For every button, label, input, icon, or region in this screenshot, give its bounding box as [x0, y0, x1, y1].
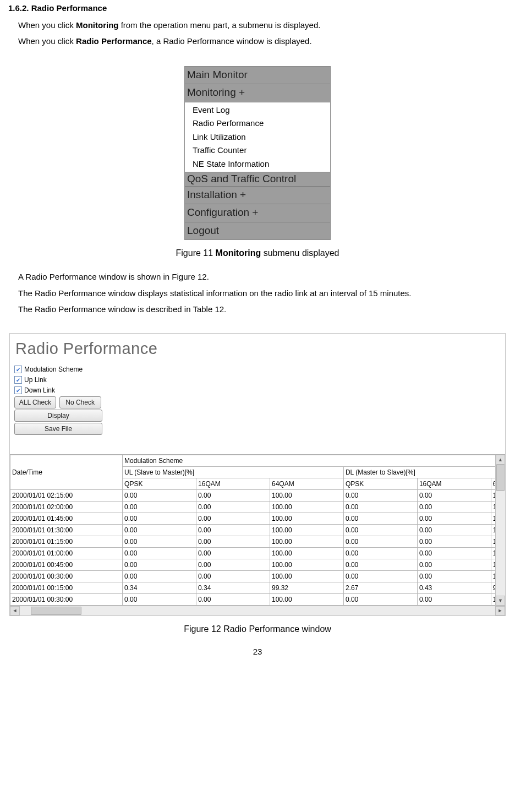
table-cell: 2000/01/01 00:45:00 — [10, 559, 123, 571]
checkbox-label: Down Link — [24, 385, 55, 395]
rp-controls: ✔ Modulation Scheme ✔ Up Link ✔ Down Lin… — [10, 362, 505, 438]
page-number: 23 — [8, 646, 507, 658]
scroll-left-icon[interactable]: ◄ — [10, 606, 20, 615]
table-cell: 0.00 — [343, 594, 417, 606]
text: Figure 11 — [176, 248, 216, 258]
menu-logout[interactable]: Logout — [185, 222, 330, 240]
table-cell: 2000/01/01 01:45:00 — [10, 513, 123, 525]
menu-main-monitor[interactable]: Main Monitor — [185, 67, 330, 85]
table-cell: 100.00 — [270, 548, 343, 559]
table-cell: 0.00 — [417, 502, 491, 513]
table-cell: 2000/01/01 02:15:00 — [10, 490, 123, 502]
intro-paragraph-2: When you click Radio Performance, a Radi… — [18, 34, 507, 48]
table-cell: 100.00 — [270, 490, 343, 502]
table-cell: 0.00 — [343, 513, 417, 525]
all-check-button[interactable]: ALL Check — [14, 396, 56, 408]
table-cell: 100.00 — [270, 571, 343, 582]
vertical-scrollbar[interactable]: ▲ ▼ — [495, 455, 505, 606]
checkbox-label: Modulation Scheme — [24, 364, 83, 374]
section-heading: 1.6.2. Radio Performance — [8, 2, 507, 15]
paragraph-fig12-ref: A Radio Performance window is shown in F… — [18, 270, 507, 284]
text: , a Radio Performance window is displaye… — [152, 36, 312, 46]
scroll-thumb[interactable] — [496, 465, 505, 491]
table-row: 2000/01/01 00:30:000.000.00100.000.000.0… — [10, 594, 505, 606]
table-cell: 0.00 — [343, 490, 417, 502]
table-cell: 0.00 — [196, 571, 270, 582]
checkbox-label: Up Link — [24, 375, 47, 385]
display-button[interactable]: Display — [14, 410, 102, 422]
table-cell: 0.00 — [196, 513, 270, 525]
table-cell: 99.32 — [270, 582, 343, 594]
table-cell: 100.00 — [270, 536, 343, 548]
th-qpsk: QPSK — [343, 478, 417, 490]
table-cell: 0.00 — [343, 525, 417, 536]
submenu-traffic-counter[interactable]: Traffic Counter — [185, 144, 330, 157]
figure-12-caption: Figure 12 Radio Performance window — [8, 623, 507, 636]
text: When you click — [18, 36, 76, 46]
rp-table-container: Date/Time Modulation Scheme UL (Slave to… — [10, 454, 505, 615]
menu-installation[interactable]: Installation + — [185, 187, 330, 205]
table-cell: 0.00 — [343, 559, 417, 571]
rp-data-table: Date/Time Modulation Scheme UL (Slave to… — [10, 455, 505, 606]
th-mod-scheme: Modulation Scheme — [123, 455, 505, 467]
table-cell: 2000/01/01 00:15:00 — [10, 582, 123, 594]
table-cell: 0.00 — [417, 525, 491, 536]
th-16qam: 16QAM — [196, 478, 270, 490]
table-cell: 2000/01/01 00:30:00 — [10, 571, 123, 582]
checkbox-down-link[interactable]: ✔ — [14, 386, 22, 394]
horizontal-scrollbar[interactable]: ◄ ► — [10, 606, 505, 615]
table-cell: 100.00 — [270, 525, 343, 536]
th-qpsk: QPSK — [123, 478, 196, 490]
table-row: 2000/01/01 01:00:000.000.00100.000.000.0… — [10, 548, 505, 559]
scroll-thumb[interactable] — [31, 607, 81, 615]
table-cell: 0.00 — [196, 548, 270, 559]
table-cell: 0.00 — [123, 513, 196, 525]
table-cell: 0.00 — [196, 536, 270, 548]
table-cell: 0.34 — [196, 582, 270, 594]
table-cell: 0.00 — [343, 536, 417, 548]
save-file-button[interactable]: Save File — [14, 423, 102, 435]
submenu-ne-state[interactable]: NE State Information — [185, 157, 330, 171]
table-cell: 0.00 — [196, 559, 270, 571]
monitoring-submenu-figure: Main Monitor Monitoring + Event Log Radi… — [184, 66, 331, 241]
checkbox-modulation-scheme[interactable]: ✔ — [14, 366, 22, 373]
menu-qos-traffic[interactable]: QoS and Traffic Control — [185, 172, 330, 187]
table-cell: 0.00 — [417, 548, 491, 559]
table-cell: 2.67 — [343, 582, 417, 594]
scroll-up-icon[interactable]: ▲ — [496, 455, 505, 465]
table-cell: 0.00 — [417, 490, 491, 502]
table-cell: 100.00 — [270, 559, 343, 571]
table-cell: 0.00 — [417, 536, 491, 548]
table-row: 2000/01/01 01:45:000.000.00100.000.000.0… — [10, 513, 505, 525]
table-cell: 0.00 — [123, 548, 196, 559]
table-cell: 100.00 — [270, 502, 343, 513]
table-cell: 0.00 — [196, 502, 270, 513]
table-row: 2000/01/01 02:00:000.000.00100.000.000.0… — [10, 502, 505, 513]
table-cell: 100.00 — [270, 594, 343, 606]
submenu-radio-performance[interactable]: Radio Performance — [185, 117, 330, 130]
no-check-button[interactable]: No Check — [59, 396, 101, 408]
table-cell: 0.00 — [123, 490, 196, 502]
menu-monitoring[interactable]: Monitoring + — [185, 84, 330, 102]
figure-11-caption: Figure 11 Monitoring submenu displayed — [8, 247, 507, 260]
intro-paragraph-1: When you click Monitoring from the opera… — [18, 18, 507, 32]
table-cell: 2000/01/01 01:00:00 — [10, 548, 123, 559]
table-cell: 0.00 — [417, 513, 491, 525]
text: submenu displayed — [261, 248, 339, 258]
table-cell: 0.00 — [123, 525, 196, 536]
submenu-link-utilization[interactable]: Link Utilization — [185, 130, 330, 144]
table-cell: 2000/01/01 02:00:00 — [10, 502, 123, 513]
submenu-event-log[interactable]: Event Log — [185, 103, 330, 117]
bold-radio-performance: Radio Performance — [76, 36, 152, 46]
scroll-right-icon[interactable]: ► — [495, 606, 505, 615]
scroll-down-icon[interactable]: ▼ — [496, 596, 505, 606]
menu-configuration[interactable]: Configuration + — [185, 204, 330, 222]
th-date-time: Date/Time — [10, 455, 123, 490]
text: from the operation menu part, a submenu … — [119, 20, 321, 30]
table-cell: 0.34 — [123, 582, 196, 594]
table-cell: 0.00 — [196, 525, 270, 536]
table-cell: 2000/01/01 01:15:00 — [10, 536, 123, 548]
radio-performance-window: Radio Performance ✔ Modulation Scheme ✔ … — [9, 333, 506, 617]
text: When you click — [18, 20, 76, 30]
checkbox-up-link[interactable]: ✔ — [14, 376, 22, 384]
